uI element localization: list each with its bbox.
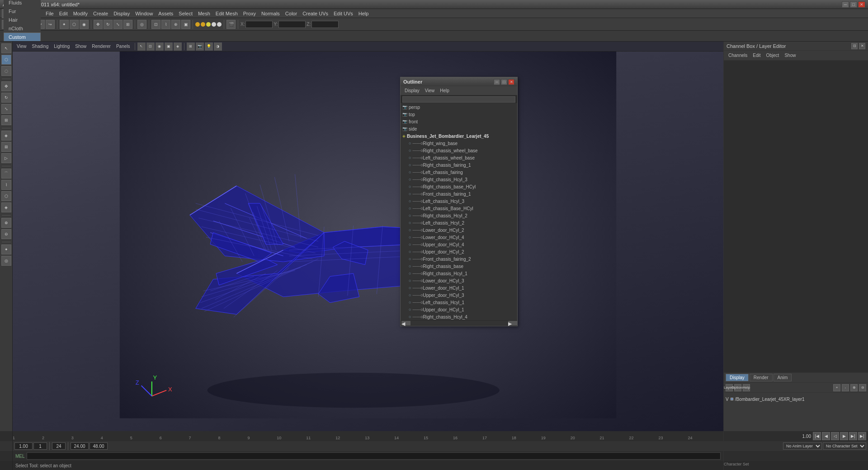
color3-btn[interactable] <box>206 22 211 27</box>
layer-color-swatch[interactable] <box>731 398 733 400</box>
help-menu[interactable]: Help <box>743 384 750 391</box>
menu-item-display[interactable]: Display <box>111 10 132 17</box>
menu-item-normals[interactable]: Normals <box>259 10 283 17</box>
menu-item-color[interactable]: Color <box>283 10 300 17</box>
outliner-item-13[interactable]: ○——o Left_chassis_Hcyl_3 <box>401 197 517 205</box>
outliner-item-28[interactable]: ○——o Upper_door_HCyl_1 <box>401 306 517 313</box>
last-frame-btn[interactable]: ▶| <box>858 432 866 440</box>
playback-end-input[interactable] <box>52 442 66 450</box>
vp-shadow-btn[interactable]: ◑ <box>214 42 222 51</box>
prev-frame-btn[interactable]: |◀ <box>813 432 821 440</box>
poly-btn[interactable]: ⬡ <box>1 191 11 201</box>
menu-item-proxy[interactable]: Proxy <box>241 10 259 17</box>
render-tab[interactable]: Render <box>750 374 773 381</box>
minimize-button[interactable]: ─ <box>842 1 849 8</box>
menu-item-file[interactable]: File <box>43 10 57 17</box>
module-tab-custom[interactable]: Custom <box>4 33 41 41</box>
scale-btn[interactable]: ⤡ <box>113 20 123 29</box>
snap-grid-btn[interactable]: ⊡ <box>151 20 160 29</box>
outliner-item-22[interactable]: ○——o Right_chassis_base <box>401 263 517 270</box>
play-btn[interactable]: ▶ <box>840 432 848 440</box>
lasso-btn[interactable]: ⬡ <box>70 20 79 29</box>
rotate-tool-btn[interactable]: ↻ <box>1 93 11 103</box>
outliner-item-1[interactable]: 📷top <box>401 111 517 118</box>
menu-item-create[interactable]: Create <box>90 10 111 17</box>
outliner-item-23[interactable]: ○——o Right_chassis_Hcyl_1 <box>401 270 517 277</box>
rp-icon1[interactable]: ⊡ <box>851 43 858 49</box>
outliner-item-16[interactable]: ○——o Left_chassis_Hcyl_2 <box>401 219 517 226</box>
show-hide-btn[interactable]: ◈ <box>1 131 11 141</box>
vp-wireframe-btn[interactable]: ⊡ <box>146 42 155 51</box>
color5-btn[interactable] <box>217 22 222 27</box>
hscroll-left[interactable]: ◀ <box>401 321 410 325</box>
outliner-item-27[interactable]: ○——o Left_chassis_Hcyl_1 <box>401 299 517 306</box>
layer-sort-btn[interactable]: ⊖ <box>859 384 866 391</box>
next-btn[interactable]: ▶| <box>849 432 857 440</box>
outliner-item-0[interactable]: 📷persp <box>401 103 517 111</box>
color2-btn[interactable] <box>201 22 205 27</box>
outliner-item-18[interactable]: ○——o Lower_door_HCyl_4 <box>401 234 517 241</box>
layer-options-btn[interactable]: ⊕ <box>850 384 858 391</box>
rotate-btn[interactable]: ↻ <box>104 20 113 29</box>
vp-smooth-btn[interactable]: ◉ <box>156 42 164 51</box>
snap-view-btn[interactable]: ▣ <box>181 20 190 29</box>
vp-grid-btn[interactable]: ⊞ <box>187 42 195 51</box>
paint-btn[interactable]: ◉ <box>80 20 89 29</box>
outliner-item-10[interactable]: ○——o Right_chassis_Hcyl_3 <box>401 176 517 183</box>
move-btn[interactable]: ✥ <box>94 20 103 29</box>
outliner-item-14[interactable]: ○——o Left_chassis_Base_HCyl <box>401 205 517 212</box>
prev-btn[interactable]: ◀ <box>822 432 830 440</box>
show-tab[interactable]: Show <box>782 52 798 59</box>
joint-btn[interactable]: ⊕ <box>1 218 11 228</box>
outliner-item-5[interactable]: ○——o Right_wing_base <box>401 140 517 147</box>
move-tool-btn[interactable]: ✥ <box>1 81 11 91</box>
outliner-display-menu[interactable]: Display <box>402 87 422 94</box>
outliner-view-menu[interactable]: View <box>423 87 437 94</box>
script-input[interactable] <box>27 452 721 460</box>
outliner-item-17[interactable]: ○——o Lower_door_HCyl_2 <box>401 226 517 234</box>
channels-tab[interactable]: Channels <box>726 52 750 59</box>
outliner-item-24[interactable]: ○——o Lower_door_HCyl_3 <box>401 277 517 284</box>
vp-light-btn[interactable]: 💡 <box>205 42 213 51</box>
close-button[interactable]: ✕ <box>858 1 865 8</box>
current-frame-input[interactable] <box>33 442 47 450</box>
universal-btn[interactable]: ⊞ <box>123 20 132 29</box>
outliner-item-19[interactable]: ○——o Upper_door_HCyl_4 <box>401 241 517 248</box>
menu-item-edit-mesh[interactable]: Edit Mesh <box>213 10 241 17</box>
paint-select-btn[interactable]: ⬡ <box>1 55 11 65</box>
outliner-item-11[interactable]: ○——o Right_chassis_base_HCyl <box>401 183 517 190</box>
view-menu[interactable]: View <box>14 43 29 50</box>
ipr-btn[interactable]: ▷ <box>1 153 11 163</box>
anim-end-input[interactable] <box>90 442 108 450</box>
new-layer-btn[interactable]: + <box>833 384 840 391</box>
curve-1-btn[interactable]: ⌒ <box>1 169 11 179</box>
outliner-item-29[interactable]: ○——o Right_chassis_Hcyl_4 <box>401 313 517 320</box>
renderer-menu[interactable]: Renderer <box>90 43 113 50</box>
menu-item-modify[interactable]: Modify <box>71 10 90 17</box>
outliner-item-7[interactable]: ○——o Left_chassis_wheel_base <box>401 154 517 161</box>
redo-btn[interactable]: ↪ <box>46 20 55 29</box>
vp-camera-btn[interactable]: 📷 <box>196 42 204 51</box>
outliner-item-2[interactable]: 📷front <box>401 118 517 125</box>
timeline[interactable]: 123456789101112131415161718192021222324 <box>13 431 723 441</box>
menu-item-select[interactable]: Select <box>176 10 195 17</box>
display-tab[interactable]: Display <box>726 374 749 381</box>
menu-item-assets[interactable]: Assets <box>156 10 176 17</box>
outliner-search-input[interactable] <box>402 96 515 103</box>
vp-shaded-btn[interactable]: ◈ <box>174 42 182 51</box>
x-input[interactable] <box>245 21 273 28</box>
color4-btn[interactable] <box>212 22 216 27</box>
outliner-item-6[interactable]: ○——o Right_chassis_wheel_base <box>401 147 517 154</box>
maximize-button[interactable]: □ <box>850 1 857 8</box>
outliner-maximize[interactable]: □ <box>501 79 507 85</box>
module-tab-fluids[interactable]: Fluids <box>4 0 41 7</box>
play-back-btn[interactable]: ◁ <box>831 432 839 440</box>
menu-item-mesh[interactable]: Mesh <box>195 10 213 17</box>
snap-point-btn[interactable]: ⊕ <box>171 20 180 29</box>
playback-start-input[interactable] <box>14 442 33 450</box>
module-tab-ncloth[interactable]: nCloth <box>4 24 41 33</box>
universal-tool-btn[interactable]: ⊞ <box>1 115 11 125</box>
outliner-item-15[interactable]: ○——o Right_chassis_Hcyl_2 <box>401 212 517 219</box>
anim-start-input[interactable] <box>71 442 89 450</box>
anim-layer-select[interactable]: No Anim Layer <box>783 442 822 450</box>
